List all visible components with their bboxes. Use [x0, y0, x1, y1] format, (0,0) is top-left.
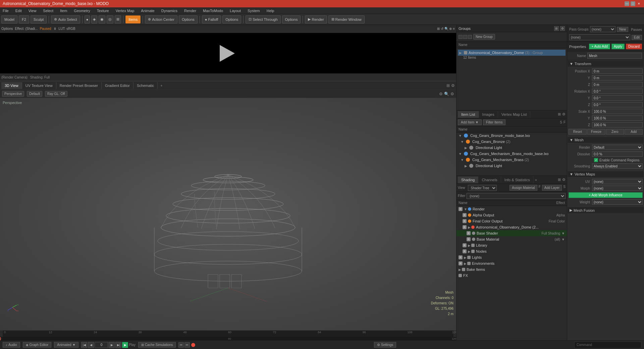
shader-row-bake-items[interactable]: ▶ Bake Items [457, 266, 567, 272]
menu-system[interactable]: System [246, 8, 261, 13]
menu-texture[interactable]: Texture [96, 8, 110, 13]
shader-row-fx[interactable]: FX [457, 272, 567, 279]
rot-z-value[interactable]: 0.0 ° [592, 102, 643, 107]
viewport-canvas[interactable]: Perspective [0, 98, 456, 330]
groups-icon-3[interactable] [468, 35, 472, 39]
shader-settings-icon[interactable]: ⚙ [562, 178, 566, 182]
frame-input[interactable] [95, 342, 108, 348]
menu-file[interactable]: File [1, 8, 10, 13]
menu-dynamics[interactable]: Dynamics [160, 8, 179, 13]
tab-images[interactable]: Images [479, 111, 498, 118]
render-button[interactable]: ▶ Render [305, 15, 327, 23]
tab-shading[interactable]: Shading [458, 177, 478, 183]
maximize-button[interactable]: □ [631, 1, 635, 6]
shader-view-select[interactable]: Shader Tree [468, 185, 497, 191]
shader-row-base-material[interactable]: 👁 Base Material (all) ▼ [457, 236, 567, 242]
vertex-maps-title[interactable]: ▼ Vertex Maps [567, 171, 644, 178]
tab-gradient-editor[interactable]: Gradient Editor [102, 82, 133, 89]
tab-uv-texture[interactable]: UV Texture View [22, 82, 56, 89]
options3-button[interactable]: Options [282, 15, 301, 23]
shader-row-alpha[interactable]: 👁 Alpha Output Alpha [457, 212, 567, 218]
item-search-icon[interactable]: S [560, 120, 562, 124]
panel-settings-icon[interactable]: ⚙ [562, 112, 566, 116]
weight-select[interactable]: (none) [592, 199, 643, 205]
transport-icon-2[interactable]: ⏭ [184, 342, 190, 348]
menu-help[interactable]: Help [265, 8, 276, 13]
item-row-file1[interactable]: ▼ Cog_Gears_Bronze_modo_base.lxo [457, 133, 567, 139]
next-keyframe-button[interactable]: ▶| [115, 342, 121, 348]
tab-schematic[interactable]: Schematic [133, 82, 158, 89]
tab-3d-view[interactable]: 3D View [1, 82, 22, 89]
shader-row-lights[interactable]: 👁 ▶ Lights [457, 254, 567, 260]
pos-x-value[interactable]: 0 m [592, 68, 643, 74]
tab-item-list[interactable]: Item List [458, 111, 479, 118]
panel-expand-icon[interactable]: ⊞ [558, 112, 561, 116]
vp-header-icon-2[interactable]: 🔍 [444, 92, 449, 96]
sculpt-button[interactable]: Sculpt [31, 15, 47, 23]
shader-expand-icon[interactable]: ⊞ [558, 178, 561, 182]
vp-header-icon-3[interactable]: ⚙ [450, 92, 454, 96]
vp-icon-2[interactable]: ⚙ [451, 83, 455, 88]
toolbar-icon-5[interactable]: ⊞ [115, 15, 121, 23]
enable-cmd-checkbox[interactable]: ✓ [594, 158, 598, 162]
audio-button[interactable]: ♪ Audio [3, 342, 20, 348]
morph-select[interactable]: (none) [592, 186, 643, 191]
shader-row-render[interactable]: 👁 ▼ Render [457, 206, 567, 212]
rot-x-value[interactable]: 0.0 ° [592, 89, 643, 94]
auto-add-button[interactable]: + Auto Add [589, 44, 610, 49]
menu-maxtomodo[interactable]: MaxToModo [202, 8, 224, 13]
close-button[interactable]: ✕ [637, 1, 641, 6]
shader-row-final-color[interactable]: 👁 Final Color Output Final Color [457, 218, 567, 224]
toolbar-icon-4[interactable]: ◎ [107, 15, 113, 23]
tab-info-stats[interactable]: Info & Statistics [501, 177, 534, 183]
f2-button[interactable]: F2 [19, 15, 29, 23]
name-value[interactable]: Mesh [587, 53, 642, 59]
mesh-title[interactable]: ▼ Mesh [567, 137, 644, 143]
rot-y-value[interactable]: 0.0 ° [592, 95, 643, 101]
shader-row-base-shader[interactable]: 👁 Base Shader Full Shading ▼ [457, 230, 567, 236]
apply-button[interactable]: Apply [611, 44, 625, 49]
shader-row-library[interactable]: 👁 ▶ Library [457, 242, 567, 248]
tab-channels[interactable]: Channels [478, 177, 501, 183]
shader-row-environments[interactable]: 👁 ▶ Environments [457, 260, 567, 266]
add-morph-button[interactable]: + Add Morph Influence [569, 192, 643, 198]
filter-items-button[interactable]: Filter Items [483, 119, 505, 125]
menu-item[interactable]: Item [59, 8, 68, 13]
add-layer-button[interactable]: Add Layer [542, 185, 562, 191]
next-frame-button[interactable]: ▶ [109, 342, 115, 348]
menu-edit[interactable]: Edit [14, 8, 23, 13]
shader-row-nodes[interactable]: 👁 ▶ Nodes [457, 248, 567, 254]
render-select[interactable]: Default [592, 145, 643, 150]
discard-button[interactable]: Discard [626, 44, 642, 49]
menu-animate[interactable]: Animate [140, 8, 156, 13]
play-button[interactable] [220, 45, 236, 62]
dissolve-value[interactable]: 0.0 % [592, 151, 643, 157]
freeze-button[interactable]: Freeze [587, 129, 605, 135]
menu-layout[interactable]: Layout [228, 8, 242, 13]
auto-select-button[interactable]: ⊕ Auto Select [51, 15, 80, 23]
options2-button[interactable]: Options [222, 15, 241, 23]
tab-vertex-map-list[interactable]: Vertex Map List [498, 111, 531, 118]
shader-content[interactable]: 👁 ▼ Render 👁 Alpha Output Alpha 👁 Final [457, 206, 567, 340]
groups-settings-icon[interactable]: ⚙ [560, 26, 565, 31]
groups-icon-1[interactable] [459, 35, 463, 39]
passes-select[interactable]: (none) [569, 34, 630, 40]
shader-add-icon[interactable]: + [534, 178, 538, 182]
assign-material-button[interactable]: Assign Material [509, 185, 537, 191]
uv-select[interactable]: (none) [592, 179, 643, 184]
animated-button[interactable]: Animated ▼ [54, 342, 78, 348]
item-row-mesh1[interactable]: ▼ Cog_Gears_Bronze (2) [457, 139, 567, 145]
scale-y-value[interactable]: 100.0 % [592, 115, 643, 121]
graph-editor-button[interactable]: ◈ Graph Editor [23, 342, 52, 348]
new-group-button[interactable]: New Group [473, 34, 495, 40]
minimize-button[interactable]: — [625, 1, 629, 6]
menu-view[interactable]: View [27, 8, 38, 13]
default-button[interactable]: Default [27, 91, 42, 97]
edit-pass-button[interactable]: Edit [632, 35, 642, 40]
zero-button[interactable]: Zero [606, 129, 624, 135]
toolbar-icon-1[interactable]: ● [85, 15, 90, 23]
options1-button[interactable]: Options [179, 15, 198, 23]
model-button[interactable]: Model [1, 15, 17, 23]
mesh-fusion-title[interactable]: ▶ Mesh Fusion [567, 207, 644, 214]
filter-select[interactable]: (none) [467, 193, 566, 199]
